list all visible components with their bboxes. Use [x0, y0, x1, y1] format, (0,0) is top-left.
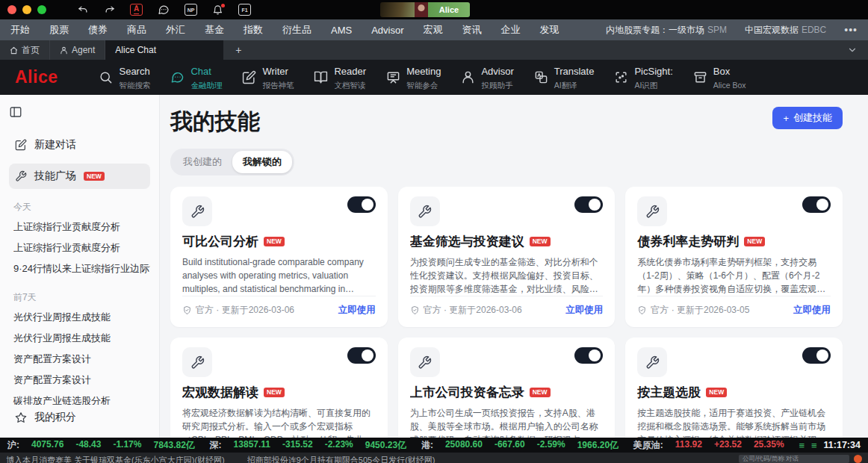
menu-item-funds[interactable]: 基金: [205, 23, 224, 37]
new-badge: NEW: [744, 237, 765, 246]
sidebar-collapse-icon[interactable]: [9, 105, 22, 119]
tool-box[interactable]: BoxAlice Box: [693, 64, 746, 91]
f1-help-icon[interactable]: F1: [238, 4, 251, 16]
new-chat-pencil-icon: [15, 139, 27, 151]
ticker-us-crude[interactable]: 美原油: 113.92 +23.52 25.35%: [633, 439, 784, 452]
skill-enabled-toggle[interactable]: [802, 347, 831, 364]
avatar: [415, 2, 428, 17]
quick-search-input[interactable]: 公司/代码/简称 对话: [739, 455, 849, 463]
tab-unlocked-by-me[interactable]: 我解锁的: [232, 151, 292, 173]
skill-card[interactable]: 宏观数据解读 NEW 将宏观经济数据解读为结构清晰、可直接复用的研究周报式分析。…: [170, 338, 388, 438]
undo-icon[interactable]: [78, 4, 89, 16]
skill-enabled-toggle[interactable]: [347, 347, 376, 364]
skills-page: 我的技能 + 创建技能 我创建的 我解锁的 可比公司分析 NEW: [160, 95, 868, 438]
conversation-item[interactable]: 上证综指行业贡献度分析: [9, 237, 150, 258]
menu-item-enterprise[interactable]: 企业: [501, 23, 521, 37]
skill-card[interactable]: 基金筛选与投资建议 NEW 为投资顾问生成专业的基金筛选、对比分析和个性化投资建…: [398, 187, 616, 327]
menu-item-start[interactable]: 开始: [10, 23, 30, 37]
maximize-window-button[interactable]: [37, 5, 46, 14]
tab-created-by-me[interactable]: 我创建的: [173, 151, 232, 173]
close-window-button[interactable]: [7, 5, 16, 14]
conversation-item[interactable]: 上证综指行业贡献度分析: [9, 217, 150, 237]
tab-alice-chat[interactable]: Alice Chat: [105, 40, 223, 60]
more-menu-icon[interactable]: •••: [844, 24, 858, 36]
tool-translate[interactable]: TranslateAI翻译: [534, 64, 595, 91]
skill-enabled-toggle[interactable]: [574, 196, 603, 213]
ticker-shanghai[interactable]: 沪: 4075.76 -48.43 -1.17% 7843.82亿: [7, 439, 195, 452]
skill-meta: 官方 · 更新于2026-03-06: [182, 304, 294, 317]
conversation-item[interactable]: 光伏行业周报生成技能: [9, 307, 150, 328]
notification-bell-icon[interactable]: [212, 4, 223, 16]
skill-card[interactable]: 可比公司分析 NEW Build institutional-grade com…: [170, 187, 388, 327]
tool-reader[interactable]: Reader文档智读: [314, 64, 366, 91]
menu-item-macro[interactable]: 宏观: [424, 23, 443, 37]
conversation-item[interactable]: 9·24行情以来上证综指行业边际贡...: [9, 258, 150, 279]
quick-search-button[interactable]: [854, 455, 862, 463]
menu-item-bonds[interactable]: 债券: [88, 23, 108, 37]
topic-link-china-macro[interactable]: 中国宏观数据EDBC: [745, 24, 826, 37]
tab-agent[interactable]: Agent: [50, 40, 105, 60]
tool-writer[interactable]: Writer报告神笔: [242, 64, 294, 91]
menu-item-derivatives[interactable]: 衍生品: [282, 23, 311, 37]
menu-item-fx[interactable]: 外汇: [166, 23, 185, 37]
menu-item-discover[interactable]: 发现: [540, 23, 559, 37]
np-tool-icon[interactable]: NP: [185, 4, 197, 16]
menu-item-ams[interactable]: AMS: [331, 25, 352, 36]
new-badge: NEW: [530, 388, 551, 397]
redo-icon[interactable]: [104, 4, 115, 16]
skill-card[interactable]: 按主题选股 NEW 按主题选股技能，适用于赛道投资、产业链机会挖掘和概念股筛选场…: [625, 338, 843, 438]
ticker-list-icon[interactable]: ≡: [811, 440, 816, 451]
use-now-link[interactable]: 立即使用: [565, 304, 603, 317]
annotation-icon[interactable]: A: [130, 4, 143, 16]
skill-meta: 官方 · 更新于2026-03-05: [637, 304, 749, 317]
skill-enabled-toggle[interactable]: [574, 347, 603, 364]
conversation-item[interactable]: 资产配置方案设计: [9, 370, 150, 391]
chat-bubble-icon[interactable]: [158, 4, 170, 16]
tab-home[interactable]: 首页: [0, 40, 50, 60]
ticker-hongkong[interactable]: 港: 25080.60 -667.60 -2.59% 1966.20亿: [421, 439, 619, 452]
tool-picsight[interactable]: PicSight:AI识图: [614, 64, 672, 91]
menu-item-indices[interactable]: 指数: [244, 23, 263, 37]
app-window: A NP F1 Alice 开始 股票 债券 商品 外汇 基金 指数 衍生品 A…: [0, 0, 868, 463]
skill-card[interactable]: 债券利率走势研判 NEW 系统化债券市场利率走势研判框架，支持交易（1-2周）、…: [625, 187, 843, 327]
sidebar: 新建对话 技能广场 NEW 今天 上证综指行业贡献度分析 上证综指行业贡献度分析…: [0, 95, 160, 438]
conversation-item[interactable]: 资产配置方案设计: [9, 349, 150, 370]
conversation-item[interactable]: 碳排放产业链选股分析: [9, 391, 150, 405]
skill-description: 为上市公司生成一页纸投资报告，支持A股、港股、美股等全球市场。根据用户输入的公司…: [410, 406, 604, 438]
skill-enabled-toggle[interactable]: [802, 196, 831, 213]
use-now-link[interactable]: 立即使用: [793, 304, 831, 317]
tool-meeting[interactable]: Meeting智能参会: [386, 64, 441, 91]
skill-description: 系统化债券市场利率走势研判框架，支持交易（1-2周）、策略（1-6个月）、配置（…: [637, 255, 831, 296]
banner-photo: [380, 2, 415, 17]
new-tab-button[interactable]: +: [223, 40, 253, 60]
new-badge: NEW: [264, 237, 285, 246]
use-now-link[interactable]: 立即使用: [338, 304, 376, 317]
tool-search[interactable]: Search智能搜索: [99, 64, 150, 91]
my-points-button[interactable]: 我的积分: [9, 405, 150, 430]
chevron-down-icon[interactable]: [847, 40, 868, 60]
skill-card[interactable]: 上市公司投资备忘录 NEW 为上市公司生成一页纸投资报告，支持A股、港股、美股等…: [398, 338, 616, 438]
menu-item-news[interactable]: 资讯: [462, 23, 482, 37]
new-badge: NEW: [84, 172, 105, 181]
menu-item-stocks[interactable]: 股票: [49, 23, 69, 37]
topic-link-primary-market[interactable]: 内地股票专题：一级市场SPM: [606, 24, 727, 37]
tool-chat[interactable]: Chat金融助理: [170, 64, 222, 91]
writer-pen-icon: [242, 70, 256, 84]
skill-plaza-button[interactable]: 技能广场 NEW: [9, 164, 150, 189]
menu-item-commodities[interactable]: 商品: [127, 23, 146, 37]
section-today: 今天: [9, 201, 150, 214]
minimize-window-button[interactable]: [22, 5, 31, 14]
new-chat-button[interactable]: 新建对话: [9, 132, 150, 158]
tool-advisor[interactable]: Advisor投顾助手: [461, 64, 513, 91]
skill-enabled-toggle[interactable]: [347, 196, 376, 213]
menu-item-advisor[interactable]: Advisor: [371, 25, 403, 36]
create-skill-button[interactable]: + 创建技能: [772, 107, 843, 129]
skill-icon-box: [637, 347, 667, 377]
conversation-item[interactable]: 光伏行业周报生成技能: [9, 328, 150, 349]
skill-title: 宏观数据解读: [182, 384, 258, 401]
ticker-shenzhen[interactable]: 深: 13857.11 -315.52 -2.23% 9450.23亿: [210, 439, 407, 452]
page-title: 我的技能: [170, 107, 843, 137]
section-last-7-days: 前7天: [9, 291, 150, 304]
ticker-list-icon[interactable]: ≡: [799, 440, 804, 451]
skill-title: 按主题选股: [637, 384, 701, 401]
